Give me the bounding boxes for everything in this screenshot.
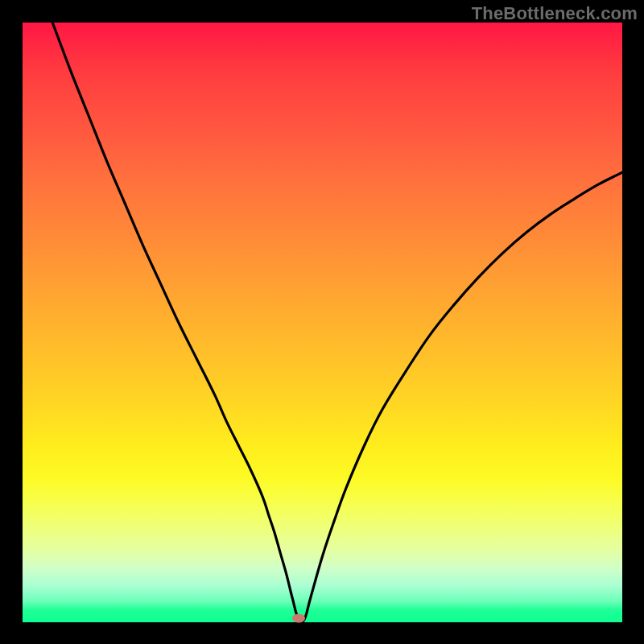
chart-frame: TheBottleneck.com (0, 0, 644, 644)
minimum-point-marker (292, 613, 305, 622)
watermark-label: TheBottleneck.com (472, 3, 638, 24)
bottleneck-curve (23, 23, 622, 622)
